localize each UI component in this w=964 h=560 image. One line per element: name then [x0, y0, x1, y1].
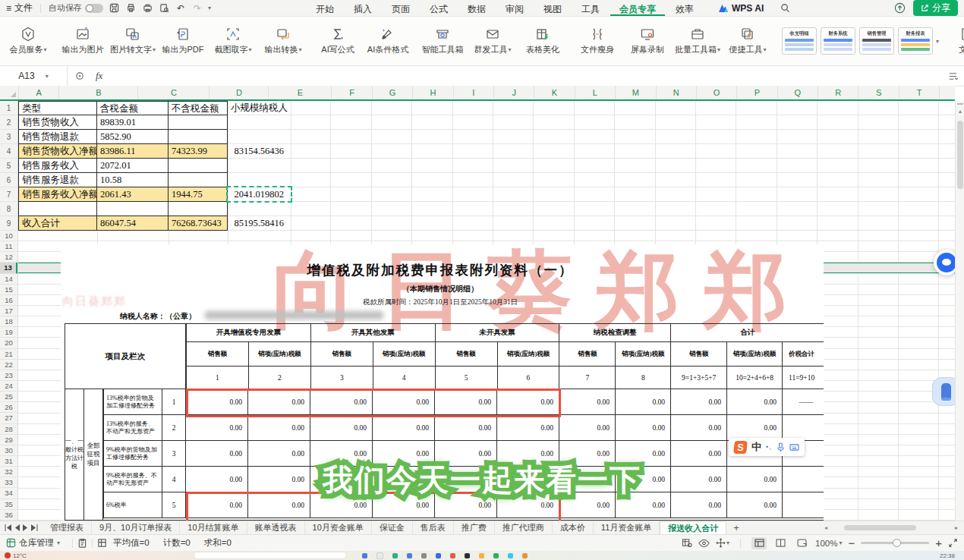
cell-type[interactable]: 收入合计 [18, 216, 97, 231]
row-header[interactable]: 2 [0, 115, 17, 130]
wps-ai-menu[interactable]: WPS AI [718, 3, 764, 14]
quick-tools-button[interactable]: 便捷工具▾ [723, 24, 773, 58]
selection-stats-icon[interactable] [97, 538, 107, 548]
batch-toolbox-button[interactable]: 批量工具箱▾ [673, 24, 723, 58]
table-row[interactable]: 销售货物收入 89839.01 [18, 115, 291, 130]
row-header[interactable]: 13 [0, 263, 17, 273]
row-header[interactable]: 4 [0, 144, 17, 159]
menu-tab[interactable]: 效率 [666, 0, 703, 16]
column-header[interactable]: N [657, 86, 697, 99]
table-row[interactable]: 销售货物退款 5852.90 [18, 130, 291, 144]
income-summary-table[interactable]: 类型 含税金额 不含税金额 小规模纳税人 销售货物收入 89839.01 销售货… [18, 101, 291, 231]
autosave-control[interactable]: 自动保存 [49, 2, 103, 14]
windows-taskbar[interactable]: 12°C 22:38 [0, 551, 964, 560]
row-header[interactable]: 8 [0, 202, 17, 216]
cell-reference-box[interactable]: A13 ▾ [0, 66, 68, 86]
column-header[interactable]: H [413, 86, 453, 99]
export-pdf-button[interactable]: 输出为PDF [158, 24, 208, 58]
move-tool-button[interactable]: ▾ [716, 538, 729, 548]
sheet-tab[interactable]: 报送收入合计 [660, 521, 726, 534]
file-menu[interactable]: ≡ 文件 [6, 2, 33, 14]
row-header[interactable]: 18 [0, 316, 17, 327]
row-header[interactable]: 29 [0, 435, 17, 445]
sheet-tab[interactable]: 推广代理商 [495, 521, 553, 534]
taskbar-search-box[interactable] [194, 552, 347, 559]
cell-tax-excluded[interactable] [169, 130, 228, 144]
autosave-toggle[interactable] [85, 4, 103, 13]
cell-small-taxpayer[interactable]: 85195.58416 [228, 216, 291, 231]
cell-tax-included[interactable]: 83986.11 [97, 144, 169, 159]
add-sheet-button[interactable]: + [726, 522, 746, 533]
file-slim-button[interactable]: 文件瘦身 [572, 24, 622, 58]
cell-tax-excluded[interactable] [169, 202, 228, 216]
menu-tab[interactable]: 开始 [307, 0, 343, 16]
cell-tax-excluded[interactable]: 1944.75 [169, 187, 228, 202]
row-header[interactable]: 27 [0, 413, 17, 423]
expand-formula-bar-icon[interactable] [948, 71, 958, 81]
column-header[interactable]: P [737, 86, 777, 99]
row-header[interactable]: 32 [0, 467, 17, 477]
member-services-button[interactable]: 会员服务▾ [3, 24, 53, 58]
column-header[interactable]: R [818, 86, 858, 99]
row-header[interactable]: 9 [0, 216, 17, 231]
column-header[interactable]: T [899, 86, 940, 99]
cell-tax-included[interactable]: 2072.01 [97, 159, 169, 173]
sheet-tab[interactable]: 10月资金账单 [305, 521, 372, 534]
menu-tab[interactable]: 工具 [572, 0, 609, 16]
row-header[interactable]: 17 [0, 306, 17, 316]
column-header[interactable]: F [332, 86, 372, 99]
cell-tax-included[interactable]: 86047.54 [97, 216, 169, 231]
scroll-right-arrow-icon[interactable]: ▸ [955, 524, 958, 531]
column-header[interactable]: S [858, 86, 899, 99]
row-header[interactable]: 21 [0, 349, 17, 360]
ai-conditional-format-button[interactable]: AI条件格式 [363, 24, 413, 58]
column-header[interactable]: L [575, 86, 616, 99]
row-header[interactable]: 36 [0, 510, 17, 521]
cell-type[interactable]: 销售服务收入 [18, 159, 97, 173]
column-header[interactable]: K [534, 86, 575, 99]
cell-tax-included[interactable]: 5852.90 [97, 130, 169, 144]
table-row[interactable]: 销售服务收入 2072.01 [18, 159, 291, 173]
row-header[interactable]: 6 [0, 173, 17, 187]
column-header[interactable]: D [209, 86, 269, 99]
cell-type[interactable]: 销售服务收入净额 [18, 187, 97, 202]
zoom-out-button[interactable]: − [848, 537, 855, 549]
table-beautify-button[interactable]: 表格美化 [518, 24, 568, 58]
menu-tab[interactable]: 公式 [421, 0, 457, 16]
cell-small-taxpayer[interactable] [228, 159, 291, 173]
weather-widget[interactable]: 12°C [5, 552, 27, 559]
scroll-left-arrow-icon[interactable]: ◂ [824, 524, 827, 531]
menu-tab[interactable]: 数据 [458, 0, 495, 16]
sheet-tab[interactable]: 管理报表 [43, 521, 92, 534]
cell-tax-excluded[interactable] [169, 115, 228, 130]
cell-type[interactable]: 销售货物收入净额 [18, 144, 97, 159]
cell-small-taxpayer[interactable] [228, 130, 291, 144]
row-header[interactable]: 24 [0, 381, 17, 392]
save-icon[interactable] [108, 2, 120, 14]
sheet-grid[interactable]: 1234567891011121314151617181920212223242… [0, 101, 964, 521]
column-header[interactable]: C [138, 86, 209, 99]
row-header[interactable]: 5 [0, 159, 17, 173]
smart-toolbox-button[interactable]: 智能工具箱 [417, 24, 468, 58]
row-header[interactable]: 15 [0, 285, 17, 295]
undo-icon[interactable]: ↶ [175, 2, 187, 14]
column-header[interactable]: O [697, 86, 737, 99]
image-to-text-button[interactable]: 图片转文字▾ [108, 24, 158, 58]
column-header[interactable]: G [373, 86, 413, 99]
ai-formula-button[interactable]: AI写公式 [313, 24, 363, 58]
zoom-slider-handle[interactable] [893, 539, 901, 547]
printer-icon[interactable] [141, 2, 153, 14]
row-header[interactable]: 33 [0, 477, 17, 488]
horizontal-scroll-thumb[interactable] [844, 525, 916, 530]
clipboard-icon[interactable] [77, 538, 87, 548]
keyboard-icon[interactable] [789, 443, 799, 451]
prev-sheet-button[interactable] [14, 524, 20, 531]
templates-chevron-icon[interactable]: ▾ [936, 38, 939, 45]
template-card[interactable]: 财务系统 [821, 27, 855, 55]
row-header[interactable]: 19 [0, 327, 17, 338]
scroll-up-arrow-icon[interactable]: ▲ [956, 109, 964, 114]
cell-tax-excluded[interactable] [169, 159, 228, 173]
first-sheet-button[interactable] [5, 524, 13, 531]
split-handle[interactable] [957, 103, 963, 105]
table-row[interactable]: 类型 含税金额 不含税金额 小规模纳税人 [18, 101, 291, 115]
